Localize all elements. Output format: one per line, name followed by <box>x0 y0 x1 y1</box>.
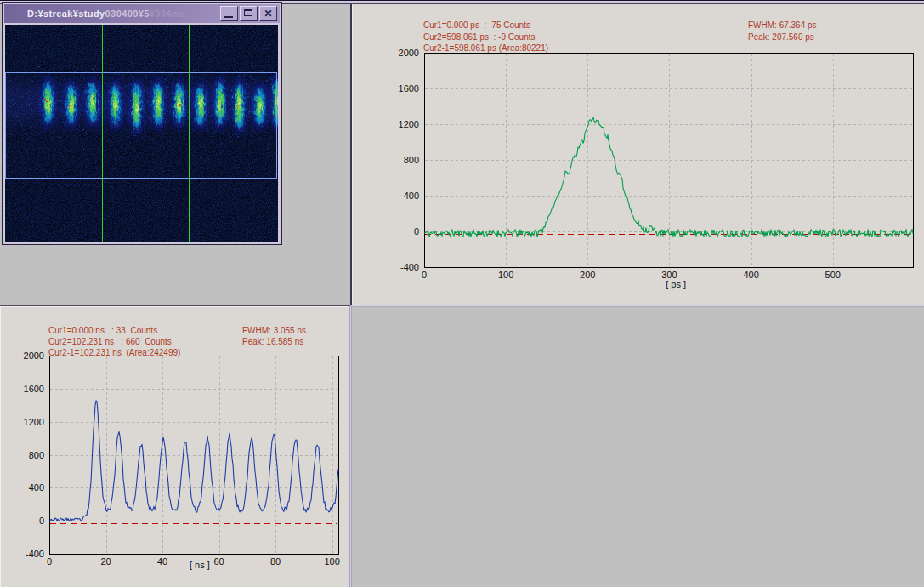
svg-text:FWHM: 3.055 ns: FWHM: 3.055 ns <box>242 326 306 335</box>
svg-text:800: 800 <box>404 155 419 165</box>
svg-text:0: 0 <box>39 516 44 526</box>
svg-text:20: 20 <box>100 556 111 567</box>
window-titlebar[interactable]: D:¥streak¥study030409¥5¥994ma ✕ <box>4 4 280 23</box>
svg-text:0: 0 <box>422 270 427 280</box>
minimize-icon <box>224 16 233 18</box>
svg-text:100: 100 <box>324 556 339 567</box>
svg-text:100: 100 <box>498 270 513 280</box>
svg-text:2000: 2000 <box>24 350 44 361</box>
close-button[interactable]: ✕ <box>259 6 277 21</box>
panel-divider-horizontal-right <box>352 305 924 307</box>
svg-text:FWHM: 67.364 ps: FWHM: 67.364 ps <box>748 20 817 30</box>
maximize-icon <box>244 9 252 16</box>
svg-text:400: 400 <box>743 270 758 280</box>
svg-text:1600: 1600 <box>24 384 44 394</box>
svg-text:800: 800 <box>29 450 44 460</box>
svg-text:Peak: 16.585 ns: Peak: 16.585 ns <box>242 337 303 346</box>
svg-text:1200: 1200 <box>399 119 419 129</box>
svg-text:80: 80 <box>270 556 281 567</box>
svg-text:[ ps ]: [ ps ] <box>666 279 686 289</box>
close-icon: ✕ <box>260 8 276 20</box>
svg-text:Cur2-1=598.061 ps (Area:80221): Cur2-1=598.061 ps (Area:80221) <box>423 43 548 53</box>
svg-text:0: 0 <box>47 556 52 567</box>
svg-text:200: 200 <box>580 270 595 280</box>
svg-text:[ ns ]: [ ns ] <box>190 560 210 570</box>
profile-chart-ns[interactable]: 2000160012008004000-400020406080100[ ns … <box>0 307 349 587</box>
svg-text:-400: -400 <box>26 549 44 559</box>
maximize-button[interactable] <box>240 6 258 21</box>
svg-text:60: 60 <box>213 556 224 567</box>
minimize-button[interactable] <box>220 6 238 21</box>
svg-text:500: 500 <box>825 270 841 280</box>
svg-text:400: 400 <box>404 191 419 201</box>
svg-text:0: 0 <box>414 226 419 237</box>
svg-text:Peak: 207.560 ps: Peak: 207.560 ps <box>748 32 814 42</box>
svg-text:40: 40 <box>157 556 167 567</box>
svg-text:Cur2=102.231 ns : 660 Count: Cur2=102.231 ns : 660 Counts <box>48 337 172 346</box>
svg-text:1200: 1200 <box>24 417 44 427</box>
svg-text:Cur1=0.000 ns : 33 Counts: Cur1=0.000 ns : 33 Counts <box>48 326 157 335</box>
profile-chart-ps[interactable]: 2000160012008004000-4000100200300400500[… <box>352 4 924 305</box>
panel-divider-vertical-lower <box>349 306 352 587</box>
svg-text:Cur2-1=102.231 ns (Area:24249: Cur2-1=102.231 ns (Area:242499) <box>48 348 180 357</box>
svg-text:2000: 2000 <box>399 48 419 58</box>
svg-text:Cur1=0.000 ps : -75 Counts: Cur1=0.000 ps : -75 Counts <box>423 20 530 30</box>
streak-image-window[interactable]: D:¥streak¥study030409¥5¥994ma ✕ <box>2 2 282 245</box>
window-title: D:¥streak¥study030409¥5¥994ma <box>27 9 186 19</box>
svg-text:400: 400 <box>29 482 44 493</box>
svg-text:-400: -400 <box>400 262 419 272</box>
streak-camera-image[interactable] <box>5 25 278 242</box>
svg-text:1600: 1600 <box>399 83 419 94</box>
svg-text:Cur2=598.061 ps : -9 Counts: Cur2=598.061 ps : -9 Counts <box>423 32 535 42</box>
